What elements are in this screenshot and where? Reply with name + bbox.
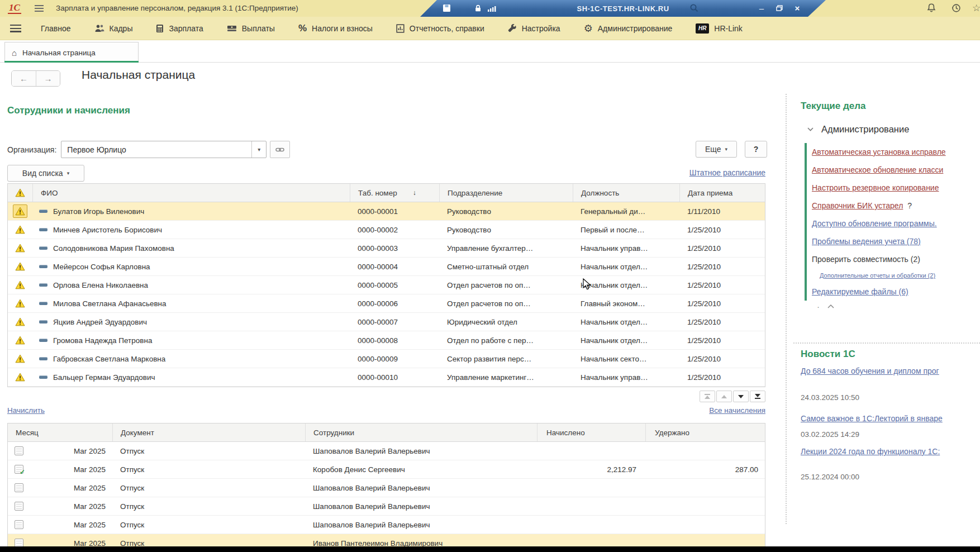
menu-item-kadry[interactable]: Кадры (83, 17, 145, 40)
accrual-row[interactable]: Mar 2025ОтпускШаповалов Валерий Валерьев… (8, 442, 765, 460)
employee-row[interactable]: Булатов Игорь Виленович0000-00001Руковод… (8, 202, 765, 221)
organization-select[interactable]: Первое Юрлицо ▾ (61, 141, 267, 158)
col-withheld[interactable]: Удержано (645, 423, 766, 441)
help-button[interactable]: ? (745, 141, 767, 158)
menu-item-nalogi[interactable]: %Налоги и взносы (287, 17, 384, 40)
col-accrued[interactable]: Начислено (537, 423, 645, 441)
menu-item-nastroyka[interactable]: Настройка (496, 17, 572, 40)
col-warning[interactable] (8, 184, 32, 202)
col-fio[interactable]: ФИО (32, 184, 350, 202)
document-icon (15, 483, 23, 492)
history-icon[interactable] (951, 3, 962, 16)
col-employees[interactable]: Сотрудники (305, 423, 537, 441)
menu-item-zarplata[interactable]: Зарплата (144, 17, 215, 40)
todo-link[interactable]: Редактируемые файлы (6) (812, 287, 908, 296)
employee-state-icon (39, 320, 47, 323)
todo-link[interactable]: Доступно обновление программы. (812, 219, 937, 228)
menu-items: ГлавноеКадрыЗарплатаВыплаты%Налоги и взн… (29, 17, 754, 40)
news-link[interactable]: До 684 часов обучения и диплом прог (801, 367, 939, 375)
staffing-link[interactable]: Штатное расписание (689, 168, 765, 177)
scroll-up-button[interactable] (716, 391, 732, 402)
document-icon (15, 520, 23, 529)
menu-item-glavnoe[interactable]: Главное (29, 17, 83, 40)
employee-row[interactable]: Габровская Светлана Марковна0000-00009Се… (8, 350, 765, 368)
col-month[interactable]: Месяц (8, 423, 112, 441)
scroll-bottom-button[interactable] (750, 391, 765, 402)
employee-row[interactable]: Милова Светлана Афанасьевна0000-00006Отд… (8, 294, 765, 313)
help-icon[interactable]: ? (907, 201, 912, 210)
todo-link[interactable]: Автоматическое обновление класси (812, 165, 943, 174)
menu-item-hrlink[interactable]: HRHR-Link (684, 17, 754, 40)
col-position[interactable]: Должность (573, 184, 679, 202)
employee-row[interactable]: Яцкив Андрей Эдуардович0000-00007Юридиче… (8, 313, 765, 331)
main-menu-icon[interactable] (35, 5, 44, 12)
employee-tab-number: 0000-00007 (350, 313, 439, 331)
forward-button[interactable]: → (36, 71, 60, 86)
todo-link[interactable]: Автоматическая установка исправле (812, 147, 946, 156)
table-scroll-buttons (700, 391, 765, 402)
col-department[interactable]: Подразделение (439, 184, 573, 202)
organization-value: Первое Юрлицо (61, 141, 251, 158)
menu-item-administrirovanie[interactable]: ⚙Администрирование (572, 17, 684, 40)
todo-link[interactable]: Проблемы ведения учета (78) (812, 237, 921, 246)
news-item: Самое важное в 1С:Лекторий в январе03.02… (801, 413, 980, 439)
todo-list: Автоматическая установка исправлеАвтомат… (805, 143, 980, 301)
col-hire-date[interactable]: Дата приема (679, 184, 766, 202)
todo-group-administration[interactable]: Администрирование (807, 124, 909, 135)
employee-row[interactable]: Орлова Елена Николаевна0000-00005Отдел р… (8, 276, 765, 294)
people-icon (94, 24, 104, 32)
tab-home[interactable]: ⌂ Начальная страница (4, 42, 139, 63)
news-link[interactable]: Самое важное в 1С:Лекторий в январе (801, 414, 943, 423)
title-bar: 1С Зарплата и управление персоналом, ред… (0, 0, 980, 17)
employee-row[interactable]: Мейерсон Софья Карловна0000-00004Сметно-… (8, 258, 765, 276)
all-accruals-link[interactable]: Все начисления (709, 406, 765, 415)
open-link-button[interactable] (270, 141, 290, 158)
organization-row: Организация: Первое Юрлицо ▾ (7, 141, 290, 158)
restore-button[interactable] (772, 3, 787, 14)
news-list: До 684 часов обучения и диплом прог24.03… (801, 366, 980, 481)
employee-tab-number: 0000-00003 (350, 239, 439, 257)
employee-tab-number: 0000-00010 (350, 368, 439, 386)
more-button[interactable]: Еще▾ (696, 141, 737, 158)
employee-tab-number: 0000-00006 (350, 294, 439, 312)
todo-link[interactable]: Справочник БИК устарел (812, 201, 903, 210)
accrual-row[interactable]: ✓Mar 2025ОтпускКоробов Денис Сергеевич2,… (8, 460, 765, 479)
news-link[interactable]: Лекции 2024 года по функционалу 1С: (801, 447, 940, 456)
chevron-down-icon[interactable]: ▾ (251, 141, 266, 158)
col-tab-number[interactable]: Таб. номер↓ (350, 184, 439, 202)
back-button[interactable]: ← (12, 71, 36, 86)
employee-state-icon (39, 246, 47, 250)
view-list-button[interactable]: Вид списка▾ (7, 165, 84, 182)
employee-row[interactable]: Громова Надежда Петровна0000-00008Отдел … (8, 331, 765, 350)
accrual-month: Mar 2025 (74, 521, 106, 529)
accrual-document: Отпуск (112, 442, 305, 460)
todo-link[interactable]: Настроить резервное копирование (812, 183, 939, 192)
employee-row[interactable]: Минчев Аристотель Борисович0000-00002Рук… (8, 221, 765, 239)
scroll-top-button[interactable] (700, 391, 715, 402)
menu-item-otchetnost[interactable]: Отчетность, справки (384, 17, 496, 40)
employee-row[interactable]: Бальцер Герман Эдуардович0000-00010Управ… (8, 368, 765, 387)
notifications-icon[interactable] (926, 3, 936, 16)
employee-name: Бальцер Герман Эдуардович (53, 373, 155, 382)
search-icon[interactable] (689, 3, 699, 15)
accrual-row[interactable]: Mar 2025ОтпускШаповалов Валерий Валерьев… (8, 497, 765, 516)
employee-state-icon (39, 302, 47, 305)
accrual-row[interactable]: Mar 2025ОтпускШаповалов Валерий Валерьев… (8, 479, 765, 497)
news-date: 25.12.2024 00:00 (801, 473, 980, 481)
favorites-icon[interactable]: ☆ (972, 2, 980, 15)
accrual-row[interactable]: Mar 2025ОтпускШаповалов Валерий Валерьев… (8, 516, 765, 534)
accrue-link[interactable]: Начислить (7, 406, 45, 415)
close-button[interactable]: × (790, 3, 805, 14)
collapse-indicator[interactable]: · (817, 302, 834, 311)
menu-item-vyplaty[interactable]: Выплаты (215, 17, 287, 40)
employee-row[interactable]: Солодовникова Мария Пахомовна0000-00003У… (8, 239, 765, 258)
accrual-accrued (537, 497, 645, 515)
minimize-button[interactable]: – (754, 3, 769, 14)
scroll-down-button[interactable] (733, 391, 749, 402)
app-window: 1С Зарплата и управление персоналом, ред… (0, 0, 980, 552)
col-document[interactable]: Документ (112, 423, 305, 441)
accruals-table: МесяцДокументСотрудникиНачисленоУдержано… (7, 423, 765, 552)
employees-table: ФИОТаб. номер↓ПодразделениеДолжностьДата… (7, 183, 765, 387)
sections-panel-icon[interactable] (10, 25, 21, 32)
todo-link-small[interactable]: Дополнительные отчеты и обработки (2) (820, 272, 935, 279)
